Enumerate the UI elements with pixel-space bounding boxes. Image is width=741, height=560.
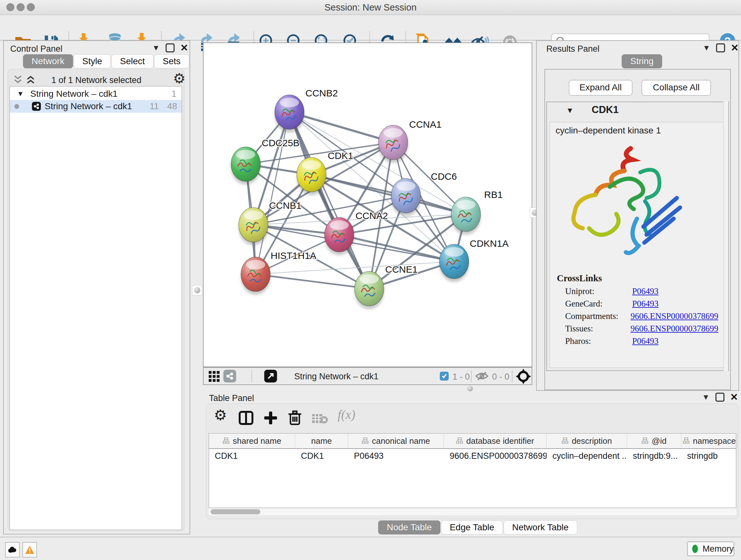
table-cell[interactable]: stringdb	[681, 449, 738, 463]
network-node-CCNB1[interactable]	[239, 207, 268, 245]
selected-checkbox-icon[interactable]	[440, 372, 449, 381]
network-view-icon[interactable]	[223, 370, 236, 382]
cloud-icon	[8, 546, 17, 553]
protein-structure-image	[559, 139, 693, 273]
crosslink-row: GeneCard:P06493	[565, 299, 718, 309]
crosslink-row: Uniprot:P06493	[565, 287, 718, 296]
tab-edge-table[interactable]: Edge Table	[441, 520, 503, 535]
network-node-CDK1[interactable]	[297, 158, 326, 195]
network-tree: ▼ String Network – cdk1 1 String Network…	[10, 86, 182, 530]
tab-style[interactable]: Style	[74, 54, 111, 68]
network-node-CDKN1A[interactable]	[440, 244, 469, 282]
table-cell[interactable]: stringdb:9...	[627, 449, 681, 463]
crosslink-value-link[interactable]: 9606.ENSP00000378699	[630, 311, 718, 321]
crosslink-value-link[interactable]: 9606.ENSP00000378699	[630, 324, 718, 334]
network-edge-CCNB2-CCNA1[interactable]	[289, 112, 393, 142]
add-column-icon[interactable]	[264, 411, 278, 425]
left-splitter-handle[interactable]	[192, 285, 202, 295]
panel-close-icon[interactable]: ✕	[730, 394, 738, 401]
tab-node-table[interactable]: Node Table	[378, 520, 441, 535]
network-view-toolbar: String Network – cdk1 1 - 0 0 - 0	[203, 367, 532, 385]
node-label-CCNB2: CCNB2	[306, 88, 338, 98]
network-node-CCNE1[interactable]	[354, 271, 384, 309]
table-cell[interactable]: P06493	[348, 449, 444, 463]
control-panel-tabs: NetworkStyleSelectSets	[23, 54, 190, 68]
memory-label: Memory	[702, 544, 734, 554]
panel-float-icon[interactable]	[716, 393, 724, 401]
collection-expand-icon[interactable]: ▼	[17, 90, 24, 98]
panel-menu-icon[interactable]: ▼	[703, 44, 711, 52]
tab-network[interactable]: Network	[23, 54, 73, 68]
gene-expand-icon[interactable]: ▼	[566, 106, 574, 115]
column-header-description[interactable]: 品description	[547, 434, 627, 448]
column-header-namespace[interactable]: 品namespace	[681, 434, 738, 448]
node-label-CCNA1: CCNA1	[409, 119, 442, 130]
panel-float-icon[interactable]	[165, 44, 175, 52]
memory-status-dot	[692, 545, 698, 553]
current-network-title: String Network – cdk1	[294, 372, 379, 381]
network-edge-HIST1H1A-CCNE1[interactable]	[256, 274, 369, 289]
network-node-CCNB2[interactable]	[275, 95, 304, 132]
fit-crosshair-icon[interactable]	[516, 369, 531, 384]
column-header-label: description	[572, 436, 612, 446]
crosslink-label: Uniprot:	[565, 287, 632, 296]
grid-view-icon[interactable]	[208, 370, 220, 382]
network-node-CCNA1[interactable]	[379, 125, 408, 163]
table-panel-controls: ▼ ✕	[702, 393, 738, 401]
table-cell[interactable]: 9606.ENSP00000378699	[444, 449, 547, 463]
crosslink-value-link[interactable]: P06493	[632, 336, 659, 346]
network-node-HIST1H1A[interactable]	[241, 257, 270, 295]
panel-menu-icon[interactable]: ▼	[702, 393, 710, 401]
tab-sets[interactable]: Sets	[154, 54, 189, 68]
table-row[interactable]: CDK1CDK1P064939606.ENSP00000378699cyclin…	[209, 449, 736, 463]
crosslink-row: Tissues:9606.ENSP00000378699	[565, 324, 718, 334]
network-selection-summary: 1 of 1 Network selected	[39, 75, 154, 85]
network-collection-row[interactable]: ▼ String Network – cdk1 1	[10, 88, 182, 100]
network-node-CDC6[interactable]	[391, 179, 421, 216]
network-graph[interactable]: CCNB2CCNA1CDC25BCDK1CDC6RB1CCNB1CCNA2CDK…	[204, 43, 532, 367]
warning-status-button[interactable]	[22, 542, 37, 557]
memory-button[interactable]: Memory	[687, 542, 734, 556]
network-row-selected[interactable]: String Network – cdk1 11 48	[10, 100, 182, 113]
network-node-CDC25B[interactable]	[231, 147, 260, 185]
control-panel: Control Panel ▼ ✕ NetworkStyleSelectSets…	[3, 40, 190, 535]
crosslink-value-link[interactable]: P06493	[632, 287, 659, 296]
delete-column-icon[interactable]	[288, 410, 302, 426]
expand-all-networks-icon[interactable]	[25, 75, 36, 84]
crosslink-value-link[interactable]: P06493	[632, 299, 659, 309]
show-columns-icon[interactable]	[239, 411, 253, 425]
collapse-all-networks-icon[interactable]	[13, 75, 23, 84]
tab-select[interactable]: Select	[111, 54, 153, 68]
network-type-icon	[32, 102, 41, 111]
panel-menu-icon[interactable]: ▼	[152, 44, 160, 52]
crosslink-label: GeneCard:	[565, 299, 632, 309]
column-header-@id[interactable]: 品@id	[627, 434, 681, 448]
string-results-container: Expand All Collapse All ▼ CDK1 cyclin–de…	[544, 69, 731, 390]
table-cell[interactable]: CDK1	[295, 449, 348, 463]
results-panel-controls: ▼ ✕	[703, 44, 739, 52]
panel-float-icon[interactable]	[716, 44, 725, 52]
collapse-all-button[interactable]: Collapse All	[642, 80, 711, 96]
network-view-canvas[interactable]: CCNB2CCNA1CDC25BCDK1CDC6RB1CCNB1CCNA2CDK…	[203, 43, 532, 367]
cloud-status-button[interactable]	[5, 542, 20, 557]
node-label-CDKN1A: CDKN1A	[470, 238, 509, 249]
expand-all-button[interactable]: Expand All	[569, 80, 632, 96]
table-cell[interactable]: cyclin–dependent ...	[547, 449, 627, 463]
column-header-canonical-name[interactable]: 品canonical name	[348, 434, 444, 448]
tab-network-table[interactable]: Network Table	[503, 520, 577, 535]
panel-close-icon[interactable]: ✕	[180, 44, 188, 51]
table-horizontal-scrollbar[interactable]	[209, 508, 736, 515]
network-node-CCNA2[interactable]	[325, 217, 354, 255]
table-settings-gear-icon[interactable]: ⚙	[214, 407, 227, 424]
network-options-gear-icon[interactable]: ⚙	[173, 70, 185, 86]
panel-close-icon[interactable]: ✕	[731, 44, 739, 51]
detach-view-button[interactable]	[264, 370, 277, 382]
results-scrollbar[interactable]	[724, 102, 728, 371]
column-header-database-identifier[interactable]: 品database identifier	[444, 434, 547, 448]
table-cell[interactable]: CDK1	[209, 449, 295, 463]
column-header-shared-name[interactable]: 品shared name	[209, 434, 295, 448]
column-header-name[interactable]: name	[295, 434, 348, 448]
network-node-RB1[interactable]	[451, 197, 481, 235]
tab-string[interactable]: String	[622, 54, 662, 68]
scrollbar-thumb[interactable]	[211, 509, 260, 514]
